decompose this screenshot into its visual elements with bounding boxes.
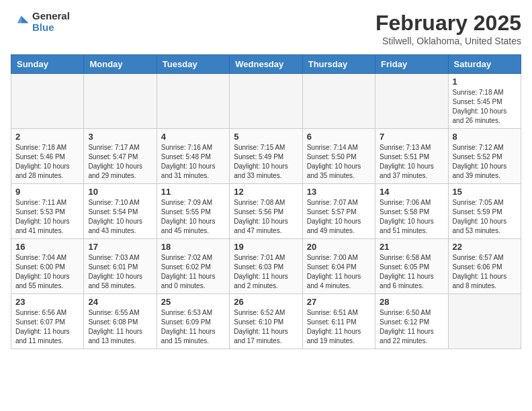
calendar-week: 1Sunrise: 7:18 AMSunset: 5:45 PMDaylight… (11, 74, 521, 129)
day-number: 19 (234, 242, 298, 252)
calendar-week: 9Sunrise: 7:11 AMSunset: 5:53 PMDaylight… (11, 184, 521, 239)
calendar-cell: 10Sunrise: 7:10 AMSunset: 5:54 PMDayligh… (84, 184, 157, 239)
day-info: Sunrise: 7:13 AMSunset: 5:51 PMDaylight:… (380, 143, 443, 181)
logo-blue: Blue (32, 22, 70, 34)
month-title: February 2025 (375, 11, 521, 36)
calendar-cell: 5Sunrise: 7:15 AMSunset: 5:49 PMDaylight… (230, 129, 302, 184)
calendar: SundayMondayTuesdayWednesdayThursdayFrid… (11, 54, 521, 349)
calendar-cell: 22Sunrise: 6:57 AMSunset: 6:06 PMDayligh… (448, 239, 521, 294)
day-header: Tuesday (157, 55, 229, 74)
day-info: Sunrise: 7:12 AMSunset: 5:52 PMDaylight:… (453, 143, 517, 181)
day-number: 22 (453, 242, 517, 252)
day-info: Sunrise: 6:50 AMSunset: 6:12 PMDaylight:… (380, 308, 443, 346)
day-info: Sunrise: 7:14 AMSunset: 5:50 PMDaylight:… (307, 143, 371, 181)
calendar-cell: 1Sunrise: 7:18 AMSunset: 5:45 PMDaylight… (448, 74, 521, 129)
day-number: 7 (380, 132, 443, 142)
day-header: Saturday (448, 55, 521, 74)
day-info: Sunrise: 7:17 AMSunset: 5:47 PMDaylight:… (88, 143, 152, 181)
day-info: Sunrise: 7:08 AMSunset: 5:56 PMDaylight:… (234, 198, 298, 236)
calendar-cell: 8Sunrise: 7:12 AMSunset: 5:52 PMDaylight… (448, 129, 521, 184)
day-info: Sunrise: 6:52 AMSunset: 6:10 PMDaylight:… (234, 308, 298, 346)
day-number: 11 (161, 187, 225, 197)
day-info: Sunrise: 7:16 AMSunset: 5:48 PMDaylight:… (161, 143, 225, 181)
day-info: Sunrise: 7:00 AMSunset: 6:04 PMDaylight:… (307, 253, 371, 291)
day-info: Sunrise: 7:11 AMSunset: 5:53 PMDaylight:… (15, 198, 79, 236)
calendar-body: 1Sunrise: 7:18 AMSunset: 5:45 PMDaylight… (11, 74, 521, 349)
calendar-cell: 4Sunrise: 7:16 AMSunset: 5:48 PMDaylight… (157, 129, 229, 184)
day-info: Sunrise: 7:04 AMSunset: 6:00 PMDaylight:… (15, 253, 79, 291)
day-header: Friday (375, 55, 448, 74)
calendar-cell: 6Sunrise: 7:14 AMSunset: 5:50 PMDaylight… (302, 129, 375, 184)
day-number: 13 (307, 187, 371, 197)
calendar-cell: 28Sunrise: 6:50 AMSunset: 6:12 PMDayligh… (375, 294, 448, 349)
day-number: 2 (15, 132, 79, 142)
day-info: Sunrise: 6:56 AMSunset: 6:07 PMDaylight:… (15, 308, 79, 346)
day-number: 9 (15, 187, 79, 197)
day-number: 21 (380, 242, 443, 252)
calendar-cell: 11Sunrise: 7:09 AMSunset: 5:55 PMDayligh… (157, 184, 229, 239)
day-number: 15 (453, 187, 517, 197)
day-info: Sunrise: 7:06 AMSunset: 5:58 PMDaylight:… (380, 198, 443, 236)
calendar-cell: 7Sunrise: 7:13 AMSunset: 5:51 PMDaylight… (375, 129, 448, 184)
day-info: Sunrise: 6:51 AMSunset: 6:11 PMDaylight:… (307, 308, 371, 346)
day-number: 3 (88, 132, 152, 142)
day-number: 23 (15, 297, 79, 307)
header-row: SundayMondayTuesdayWednesdayThursdayFrid… (11, 55, 521, 74)
day-number: 26 (234, 297, 298, 307)
calendar-cell: 18Sunrise: 7:02 AMSunset: 6:02 PMDayligh… (157, 239, 229, 294)
location: Stilwell, Oklahoma, United States (375, 36, 521, 46)
page-header: General Blue February 2025 Stilwell, Okl… (11, 11, 521, 46)
day-number: 24 (88, 297, 152, 307)
day-info: Sunrise: 7:10 AMSunset: 5:54 PMDaylight:… (88, 198, 152, 236)
day-number: 6 (307, 132, 371, 142)
day-number: 1 (453, 77, 517, 87)
calendar-cell: 20Sunrise: 7:00 AMSunset: 6:04 PMDayligh… (302, 239, 375, 294)
day-info: Sunrise: 7:15 AMSunset: 5:49 PMDaylight:… (234, 143, 298, 181)
day-number: 5 (234, 132, 298, 142)
calendar-cell (375, 74, 448, 129)
logo-icon (11, 13, 30, 32)
day-info: Sunrise: 7:02 AMSunset: 6:02 PMDaylight:… (161, 253, 225, 291)
calendar-cell: 15Sunrise: 7:05 AMSunset: 5:59 PMDayligh… (448, 184, 521, 239)
day-number: 27 (307, 297, 371, 307)
calendar-cell: 13Sunrise: 7:07 AMSunset: 5:57 PMDayligh… (302, 184, 375, 239)
day-header: Monday (84, 55, 157, 74)
day-number: 18 (161, 242, 225, 252)
day-info: Sunrise: 7:18 AMSunset: 5:46 PMDaylight:… (15, 143, 79, 181)
day-number: 20 (307, 242, 371, 252)
calendar-cell: 26Sunrise: 6:52 AMSunset: 6:10 PMDayligh… (230, 294, 302, 349)
day-header: Wednesday (230, 55, 302, 74)
calendar-cell (230, 74, 302, 129)
calendar-cell: 23Sunrise: 6:56 AMSunset: 6:07 PMDayligh… (11, 294, 84, 349)
day-number: 28 (380, 297, 443, 307)
day-number: 25 (161, 297, 225, 307)
calendar-cell: 24Sunrise: 6:55 AMSunset: 6:08 PMDayligh… (84, 294, 157, 349)
calendar-cell (84, 74, 157, 129)
calendar-cell: 27Sunrise: 6:51 AMSunset: 6:11 PMDayligh… (302, 294, 375, 349)
svg-marker-1 (17, 15, 21, 23)
day-number: 17 (88, 242, 152, 252)
day-info: Sunrise: 6:58 AMSunset: 6:05 PMDaylight:… (380, 253, 443, 291)
calendar-cell (302, 74, 375, 129)
calendar-cell (448, 294, 521, 349)
calendar-week: 16Sunrise: 7:04 AMSunset: 6:00 PMDayligh… (11, 239, 521, 294)
day-number: 10 (88, 187, 152, 197)
day-number: 4 (161, 132, 225, 142)
logo-general: General (32, 11, 70, 22)
day-number: 14 (380, 187, 443, 197)
day-number: 16 (15, 242, 79, 252)
calendar-week: 23Sunrise: 6:56 AMSunset: 6:07 PMDayligh… (11, 294, 521, 349)
calendar-cell: 25Sunrise: 6:53 AMSunset: 6:09 PMDayligh… (157, 294, 229, 349)
day-header: Thursday (302, 55, 375, 74)
calendar-cell: 19Sunrise: 7:01 AMSunset: 6:03 PMDayligh… (230, 239, 302, 294)
calendar-week: 2Sunrise: 7:18 AMSunset: 5:46 PMDaylight… (11, 129, 521, 184)
day-number: 8 (453, 132, 517, 142)
day-info: Sunrise: 7:03 AMSunset: 6:01 PMDaylight:… (88, 253, 152, 291)
day-info: Sunrise: 6:57 AMSunset: 6:06 PMDaylight:… (453, 253, 517, 291)
day-header: Sunday (11, 55, 84, 74)
calendar-cell: 9Sunrise: 7:11 AMSunset: 5:53 PMDaylight… (11, 184, 84, 239)
day-number: 12 (234, 187, 298, 197)
calendar-cell: 17Sunrise: 7:03 AMSunset: 6:01 PMDayligh… (84, 239, 157, 294)
calendar-cell: 14Sunrise: 7:06 AMSunset: 5:58 PMDayligh… (375, 184, 448, 239)
title-block: February 2025 Stilwell, Oklahoma, United… (375, 11, 521, 46)
